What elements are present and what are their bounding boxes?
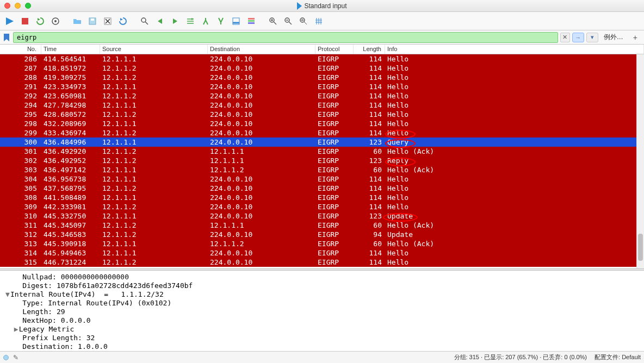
- packet-list-pane[interactable]: 286414.56454112.1.1.1224.0.0.10EIGRP114H…: [0, 54, 644, 268]
- packet-row[interactable]: 308441.50848912.1.1.1224.0.0.10EIGRP114H…: [0, 193, 644, 202]
- restart-capture-button[interactable]: [34, 15, 47, 28]
- detail-line[interactable]: Digest: 1078bf61a02728cdd423d6feed3740bf: [5, 281, 639, 290]
- packet-cell: 12.1.1.1: [100, 240, 208, 248]
- packet-details-pane[interactable]: Nullpad: 0000000000000000 Digest: 1078bf…: [0, 271, 644, 351]
- reload-file-button[interactable]: [116, 15, 129, 28]
- packet-row[interactable]: 303436.49714212.1.1.112.1.1.2EIGRP60Hell…: [0, 165, 644, 174]
- profile-text[interactable]: 配置文件: Default: [595, 353, 641, 361]
- close-window-button[interactable]: [4, 3, 10, 9]
- col-header-time[interactable]: Time: [41, 45, 100, 54]
- resize-columns-button[interactable]: [312, 15, 325, 28]
- packet-row[interactable]: 292423.65098112.1.1.2224.0.0.10EIGRP114H…: [0, 91, 644, 101]
- zoom-reset-button[interactable]: [297, 15, 310, 28]
- go-to-packet-button[interactable]: [184, 15, 197, 28]
- col-header-info[interactable]: Info: [385, 45, 644, 54]
- col-header-destination[interactable]: Destination: [208, 45, 315, 54]
- col-header-protocol[interactable]: Protocol: [315, 45, 354, 54]
- svg-rect-4: [91, 18, 94, 21]
- clear-filter-button[interactable]: ✕: [560, 33, 570, 42]
- packet-cell: Hello (Ack): [385, 166, 644, 174]
- packet-cell: 12.1.1.2: [100, 147, 208, 155]
- packet-cell: 12.1.1.1: [100, 120, 208, 128]
- packet-row[interactable]: 314445.94946312.1.1.1224.0.0.10EIGRP114H…: [0, 248, 644, 258]
- detail-line[interactable]: ▼Internal Route(IPv4) = 1.1.1.2/32: [5, 290, 639, 299]
- packet-cell: 299: [0, 129, 41, 137]
- packet-list-scrollbar[interactable]: [636, 54, 644, 268]
- detail-line[interactable]: ▶Legacy Metric: [5, 325, 639, 334]
- go-last-button[interactable]: [214, 15, 227, 28]
- packet-row[interactable]: 299433.43697412.1.1.2224.0.0.10EIGRP114H…: [0, 128, 644, 137]
- disclosure-down-icon[interactable]: ▼: [5, 290, 10, 299]
- packet-row[interactable]: 298432.20896912.1.1.1224.0.0.10EIGRP114H…: [0, 119, 644, 128]
- add-filter-button[interactable]: +: [629, 33, 642, 42]
- col-header-source[interactable]: Source: [100, 45, 208, 54]
- packet-row[interactable]: 312445.34658312.1.1.2224.0.0.10EIGRP94Up…: [0, 230, 644, 239]
- packet-cell: 428.680572: [41, 110, 100, 118]
- go-back-button[interactable]: [153, 15, 166, 28]
- packet-row[interactable]: 305437.56879512.1.1.2224.0.0.10EIGRP114H…: [0, 184, 644, 193]
- scroll-thumb[interactable]: [638, 234, 643, 261]
- detail-line[interactable]: Type: Internal Route(IPv4) (0x0102): [5, 299, 639, 308]
- save-file-button[interactable]: [86, 15, 99, 28]
- packet-cell: 288: [0, 73, 41, 82]
- zoom-window-button[interactable]: [25, 3, 31, 9]
- find-packet-button[interactable]: [138, 15, 151, 28]
- stop-capture-button[interactable]: [18, 15, 32, 28]
- detail-line[interactable]: Destination: 1.0.0.0: [5, 342, 639, 351]
- detail-line[interactable]: Nullpad: 0000000000000000: [5, 273, 639, 281]
- packet-cell: 123: [354, 157, 385, 165]
- packet-row[interactable]: 309442.33398112.1.1.2224.0.0.10EIGRP114H…: [0, 202, 644, 211]
- packet-row[interactable]: 315446.73122412.1.1.2224.0.0.10EIGRP114H…: [0, 258, 644, 267]
- packet-cell: EIGRP: [315, 147, 354, 155]
- packet-row[interactable]: 304436.95673812.1.1.1224.0.0.10EIGRP114H…: [0, 174, 644, 184]
- packet-row[interactable]: 288419.30927512.1.1.2224.0.0.10EIGRP114H…: [0, 73, 644, 82]
- packet-cell: 12.1.1.2: [208, 166, 315, 174]
- window-title-text: Standard input: [304, 2, 346, 10]
- packet-cell: 12.1.1.2: [100, 64, 208, 72]
- packet-cell: 310: [0, 212, 41, 220]
- expert-info-button[interactable]: [3, 355, 9, 360]
- packet-row[interactable]: 310445.33275012.1.1.1224.0.0.10EIGRP123U…: [0, 211, 644, 221]
- display-filter-input[interactable]: [13, 32, 558, 43]
- minimize-window-button[interactable]: [15, 3, 21, 9]
- disclosure-right-icon[interactable]: ▶: [14, 325, 19, 334]
- packet-cell: Hello: [385, 64, 644, 72]
- packet-row[interactable]: 302436.49295212.1.1.212.1.1.1EIGRP123Rep…: [0, 156, 644, 165]
- packet-cell: 60: [354, 221, 385, 229]
- go-first-button[interactable]: [199, 15, 212, 28]
- packet-row[interactable]: 291423.33497312.1.1.1224.0.0.10EIGRP114H…: [0, 82, 644, 91]
- packet-row[interactable]: 300436.48499612.1.1.1224.0.0.10EIGRP123Q…: [0, 137, 644, 147]
- filter-expression-button[interactable]: 例外…: [600, 33, 627, 42]
- auto-scroll-button[interactable]: [230, 15, 243, 28]
- packet-cell: 224.0.0.10: [208, 101, 315, 109]
- packet-row[interactable]: 301436.49292012.1.1.212.1.1.1EIGRP60Hell…: [0, 147, 644, 156]
- detail-line[interactable]: Prefix Length: 32: [5, 334, 639, 342]
- go-forward-button[interactable]: [169, 15, 182, 28]
- packet-row[interactable]: 311445.34509712.1.1.212.1.1.1EIGRP60Hell…: [0, 221, 644, 230]
- packet-cell: 295: [0, 110, 41, 118]
- detail-line[interactable]: NextHop: 0.0.0.0: [5, 316, 639, 325]
- packet-row[interactable]: 295428.68057212.1.1.2224.0.0.10EIGRP114H…: [0, 110, 644, 119]
- zoom-in-button[interactable]: [267, 15, 280, 28]
- colorize-button[interactable]: [245, 15, 258, 28]
- edit-comment-button[interactable]: ✎: [13, 354, 18, 361]
- close-file-button[interactable]: [101, 15, 114, 28]
- apply-filter-button[interactable]: →: [572, 33, 584, 42]
- packet-row[interactable]: 287418.85197212.1.1.2224.0.0.10EIGRP114H…: [0, 64, 644, 73]
- packet-row[interactable]: 286414.56454112.1.1.1224.0.0.10EIGRP114H…: [0, 54, 644, 64]
- bookmark-icon[interactable]: [2, 33, 11, 42]
- wireshark-fin-icon[interactable]: [3, 15, 16, 28]
- packet-cell: 423.650981: [41, 92, 100, 100]
- col-header-no[interactable]: No.: [0, 45, 41, 54]
- packet-row[interactable]: 294427.78429812.1.1.1224.0.0.10EIGRP114H…: [0, 101, 644, 110]
- packet-cell: Update: [385, 212, 644, 220]
- detail-line[interactable]: Length: 29: [5, 308, 639, 316]
- open-file-button[interactable]: [71, 15, 84, 28]
- filter-history-button[interactable]: ▾: [586, 33, 598, 42]
- packet-row[interactable]: 313445.39091812.1.1.112.1.1.2EIGRP60Hell…: [0, 239, 644, 248]
- packet-cell: 292: [0, 92, 41, 100]
- col-header-length[interactable]: Length: [354, 45, 385, 54]
- zoom-out-button[interactable]: [282, 15, 295, 28]
- packet-cell: 114: [354, 258, 385, 266]
- capture-options-button[interactable]: [49, 15, 62, 28]
